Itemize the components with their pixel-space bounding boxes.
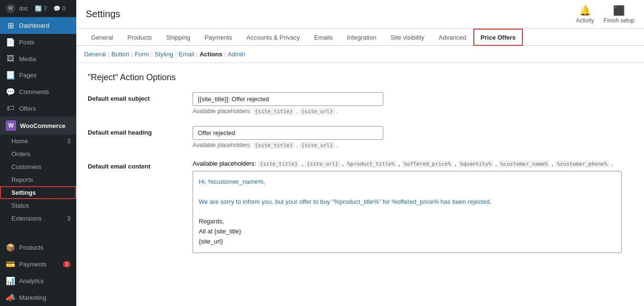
ph-customer-name: %customer_name%: [499, 160, 550, 168]
subnav-styling[interactable]: Styling: [154, 51, 173, 58]
content-line-1: Hi, %customer_name%,: [199, 177, 615, 187]
media-label: Media: [19, 55, 36, 63]
email-content-label: Default email content: [88, 160, 183, 253]
status-label: Status: [11, 202, 29, 209]
email-subject-field: Available placeholders: {site_title} , {…: [193, 92, 633, 115]
offers-icon: 🏷: [6, 104, 15, 113]
payments-label: Payments: [19, 261, 47, 268]
extensions-badge: 3: [67, 215, 71, 222]
comments-label: Comments: [19, 88, 49, 95]
sidebar-item-media[interactable]: 🖼 Media: [0, 51, 76, 67]
email-content-row: Default email content Available placehol…: [88, 160, 633, 253]
finish-setup-button[interactable]: ⬛ Finish setup: [603, 5, 634, 24]
ph-site-url: {site_url}: [305, 160, 340, 168]
marketing-icon: 📣: [6, 293, 15, 302]
sidebar: W doc 🔄 7 💬 0 ⊞ Dashboard 📄 Posts 🖼 Medi…: [0, 0, 76, 306]
tab-general[interactable]: General: [84, 29, 120, 46]
ph-site-title: {site_title}: [258, 160, 299, 168]
email-subject-row: Default email subject Available placehol…: [88, 92, 633, 115]
content-line-5: {site_url}: [199, 237, 615, 247]
hint-site-title-2: {site_title}: [253, 142, 295, 149]
sub-nav: General | Button | Form | Styling | Emai…: [76, 46, 644, 63]
tab-products[interactable]: Products: [120, 29, 159, 46]
sidebar-item-settings[interactable]: Settings: [0, 186, 76, 199]
dashboard-icon: ⊞: [6, 21, 15, 30]
home-label: Home: [11, 137, 28, 145]
content-line-4: All at {site_title}: [199, 227, 615, 237]
sidebar-item-reports[interactable]: Reports: [0, 173, 76, 186]
content-line-2: We are sorry to inform you, but your off…: [199, 197, 615, 207]
email-content-editor[interactable]: Hi, %customer_name%, We are sorry to inf…: [193, 171, 622, 253]
analytics-icon: 📊: [6, 276, 15, 285]
media-icon: 🖼: [6, 54, 15, 63]
email-content-field: Available placeholders: {site_title} , {…: [193, 160, 633, 253]
sidebar-item-home[interactable]: Home 3: [0, 135, 76, 148]
tab-shipping[interactable]: Shipping: [159, 29, 198, 46]
activity-label: Activity: [576, 17, 594, 24]
sidebar-item-products[interactable]: 📦 Products: [0, 239, 76, 256]
sidebar-item-dashboard[interactable]: ⊞ Dashboard: [0, 17, 76, 34]
email-heading-field: Available placeholders: {site_title} , {…: [193, 126, 633, 148]
sidebar-item-analytics[interactable]: 📊 Analytics: [0, 273, 76, 289]
sep-5: |: [196, 51, 197, 58]
tab-integration[interactable]: Integration: [340, 29, 383, 46]
sidebar-item-posts[interactable]: 📄 Posts: [0, 34, 76, 51]
subnav-email[interactable]: Email: [179, 51, 194, 58]
email-subject-hint: Available placeholders: {site_title} , {…: [193, 108, 633, 115]
section-title: "Reject" Action Options: [88, 73, 633, 83]
sidebar-item-offers[interactable]: 🏷 Offers: [0, 100, 76, 116]
sidebar-item-pages[interactable]: 📃 Pages: [0, 67, 76, 84]
subnav-actions[interactable]: Actions: [200, 51, 223, 58]
activity-icon: 🔔: [579, 5, 591, 16]
settings-tabs: General Products Shipping Payments Accou…: [76, 29, 644, 46]
payments-icon: 💳: [6, 260, 15, 269]
reports-label: Reports: [11, 176, 33, 183]
sidebar-item-payments[interactable]: 💳 Payments 1: [0, 256, 76, 273]
sidebar-item-comments[interactable]: 💬 Comments: [0, 84, 76, 100]
tab-payments[interactable]: Payments: [197, 29, 239, 46]
wp-logo-icon: W: [6, 4, 15, 13]
subnav-form[interactable]: Form: [135, 51, 149, 58]
sidebar-item-marketing[interactable]: 📣 Marketing: [0, 289, 76, 306]
posts-label: Posts: [19, 39, 35, 46]
woocommerce-label: WooCommerce: [20, 122, 65, 129]
customers-label: Customers: [11, 163, 41, 170]
tab-advanced[interactable]: Advanced: [431, 29, 473, 46]
email-subject-label: Default email subject: [88, 92, 183, 115]
hint-site-url-2: {site_url}: [299, 142, 335, 149]
analytics-label: Analytics: [19, 277, 44, 285]
subnav-admin[interactable]: Admin: [228, 51, 245, 58]
sidebar-item-status[interactable]: Status: [0, 199, 76, 212]
activity-button[interactable]: 🔔 Activity: [576, 5, 594, 24]
subnav-button[interactable]: Button: [112, 51, 130, 58]
tab-site-visibility[interactable]: Site visibility: [383, 29, 431, 46]
ph-quantity: %quantity%: [458, 160, 493, 168]
sep-6: |: [224, 51, 225, 58]
hint-site-title-1: {site_title}: [253, 108, 295, 115]
sidebar-item-orders[interactable]: Orders: [0, 148, 76, 160]
offers-label: Offers: [19, 105, 36, 112]
email-content-hint: Available placeholders: {site_title} , {…: [193, 160, 633, 167]
home-badge: 3: [67, 137, 71, 145]
sidebar-item-extensions[interactable]: Extensions 3: [0, 212, 76, 225]
pages-icon: 📃: [6, 71, 15, 80]
posts-icon: 📄: [6, 38, 15, 47]
tab-accounts-privacy[interactable]: Accounts & Privacy: [239, 29, 307, 46]
content-area: General Products Shipping Payments Accou…: [76, 29, 644, 306]
sep-1: |: [108, 51, 109, 58]
ph-product-title: %product_title%: [345, 160, 396, 168]
tab-price-offers[interactable]: Price Offers: [473, 29, 523, 46]
email-heading-input[interactable]: [193, 126, 383, 140]
finish-setup-icon: ⬛: [613, 5, 625, 16]
comments-icon: 💬: [6, 87, 15, 96]
sidebar-item-customers[interactable]: Customers: [0, 160, 76, 173]
orders-label: Orders: [11, 150, 31, 158]
subnav-general[interactable]: General: [84, 51, 106, 58]
sep-2: |: [131, 51, 133, 58]
woocommerce-section-header[interactable]: W WooCommerce: [0, 116, 76, 135]
tab-emails[interactable]: Emails: [307, 29, 340, 46]
ph-offered-price: %offered_price%: [402, 160, 453, 168]
site-name: doc: [19, 5, 28, 12]
form-area: "Reject" Action Options Default email su…: [76, 63, 644, 274]
email-subject-input[interactable]: [193, 92, 383, 106]
